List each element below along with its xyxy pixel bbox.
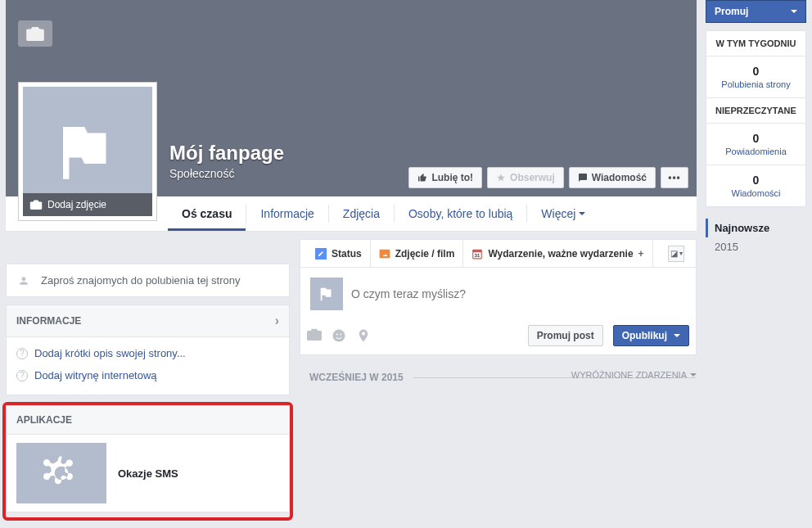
page-title: Mój fanpage — [169, 142, 284, 165]
composer-tab-photo[interactable]: Zdjęcie / film — [371, 240, 464, 267]
promote-post-button[interactable]: Promuj post — [528, 325, 603, 346]
avatar[interactable]: Dodaj zdjęcie — [18, 82, 157, 221]
app-thumb-icon — [16, 443, 106, 503]
composer-input[interactable] — [351, 278, 686, 310]
svg-text:31: 31 — [475, 253, 480, 258]
help-icon: ? — [16, 348, 28, 359]
add-website-link[interactable]: ? Dodaj witrynę internetową — [16, 364, 279, 386]
app-label: Okazje SMS — [118, 467, 178, 480]
week-header: W TYM TYGODNIU — [706, 31, 805, 56]
composer-tab-event[interactable]: 31 Wydarzenie, ważne wydarzenie + — [463, 240, 652, 267]
follow-button[interactable]: Obserwuj — [487, 167, 564, 188]
app-item-okazje-sms[interactable]: Okazje SMS — [7, 435, 289, 512]
help-icon: ? — [16, 370, 28, 381]
add-description-link[interactable]: ? Dodaj krótki opis swojej strony... — [16, 342, 279, 364]
svg-point-5 — [340, 334, 341, 336]
stat-messages[interactable]: 0 Wiadomości — [706, 165, 805, 206]
svg-point-3 — [333, 330, 345, 342]
timeline-nav-2015[interactable]: 2015 — [706, 237, 806, 256]
more-button[interactable]: ••• — [661, 167, 688, 188]
location-icon[interactable] — [356, 328, 371, 343]
tab-photos[interactable]: Zdjęcia — [329, 196, 394, 231]
apps-highlight: APLIKACJE Okazje SMS — [2, 402, 293, 521]
svg-point-4 — [336, 334, 338, 336]
publish-button[interactable]: Opublikuj — [613, 325, 689, 346]
like-button[interactable]: Lubię to! — [408, 167, 482, 188]
cover-photo: Dodaj zdjęcie Mój fanpage Społeczność Lu… — [6, 0, 697, 196]
tab-likes[interactable]: Osoby, które to lubią — [395, 196, 526, 231]
composer-avatar — [310, 278, 343, 310]
tab-more[interactable]: Więcej — [527, 196, 599, 231]
invite-friends-link[interactable]: Zaproś znajomych do polubienia tej stron… — [7, 264, 289, 296]
invite-card: Zaproś znajomych do polubienia tej stron… — [6, 264, 290, 297]
tab-about[interactable]: Informacje — [246, 196, 327, 231]
photo-icon — [379, 248, 390, 259]
apps-header[interactable]: APLIKACJE — [7, 406, 289, 435]
stat-page-likes[interactable]: 0 Polubienia strony — [706, 56, 805, 98]
unread-header: NIEPRZECZYTANE — [706, 98, 805, 124]
pencil-icon — [315, 248, 327, 259]
stats-card: W TYM TYGODNIU 0 Polubienia strony NIEPR… — [706, 30, 806, 207]
smiley-icon[interactable] — [332, 328, 346, 343]
timeline-nav: Najnowsze 2015 — [706, 219, 806, 256]
composer: Status Zdjęcie / film 31 Wydarzenie, waż… — [300, 239, 697, 355]
info-header[interactable]: INFORMACJE › — [7, 305, 289, 337]
composer-tab-status[interactable]: Status — [307, 240, 371, 267]
add-photo-button[interactable]: Dodaj zdjęcie — [23, 193, 152, 216]
camera-icon[interactable] — [307, 328, 322, 343]
timeline-nav-latest[interactable]: Najnowsze — [706, 219, 806, 237]
change-cover-button[interactable] — [18, 20, 52, 47]
chevron-right-icon: › — [275, 314, 279, 328]
promote-page-button[interactable]: Promuj — [706, 0, 806, 23]
calendar-icon: 31 — [471, 248, 483, 259]
page-category[interactable]: Społeczność — [169, 167, 284, 180]
composer-gear-icon: ◪▾ — [668, 246, 684, 262]
message-button[interactable]: Wiadomość — [569, 167, 656, 188]
stat-notifications[interactable]: 0 Powiadomienia — [706, 124, 805, 165]
composer-settings[interactable]: ◪▾ — [663, 246, 689, 262]
svg-rect-1 — [473, 250, 482, 252]
tab-timeline[interactable]: Oś czasu — [168, 196, 246, 231]
